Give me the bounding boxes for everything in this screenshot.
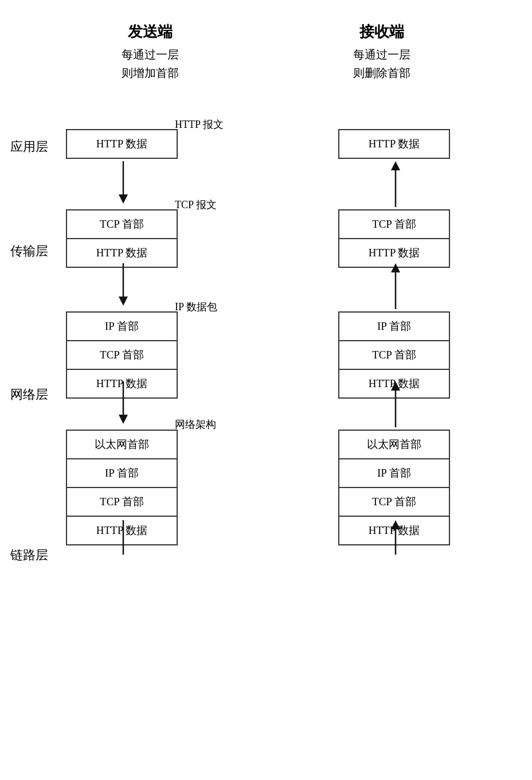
svg-marker-7 [391,161,400,170]
right-link-tcp-header: TCP 首部 [339,488,449,517]
right-app-box: HTTP 数据 [338,129,450,159]
layer-label-network: 网络层 [10,386,48,403]
svg-marker-5 [119,415,128,424]
right-link-ip-header: IP 首部 [339,459,449,488]
left-bottom-stub [118,520,129,555]
layer-label-link: 链路层 [10,547,48,564]
left-link-tcp-header: TCP 首部 [67,488,177,517]
left-network-ip-header: IP 首部 [67,313,177,341]
pkt-label-net-frame: 网络架构 [175,418,216,431]
receiver-header: 接收端 每通过一层 则删除首部 [319,22,445,82]
svg-marker-11 [391,381,400,391]
page: 发送端 每通过一层 则增加首部 接收端 每通过一层 则删除首部 应用层 传输层 … [0,0,532,780]
left-transport-tcp-header: TCP 首部 [67,210,177,239]
left-arrow-3 [118,381,129,427]
right-transport-tcp-header: TCP 首部 [339,210,449,239]
receiver-title: 接收端 [319,22,445,42]
left-transport-box: TCP 首部 HTTP 数据 [66,209,178,268]
left-transport-http-data: HTTP 数据 [67,239,177,267]
pkt-label-http-msg: HTTP 报文 [175,118,224,131]
right-arrow-3 [390,381,401,427]
left-link-ethernet-header: 以太网首部 [67,431,177,459]
right-app-http-data: HTTP 数据 [339,130,449,158]
layer-label-transport: 传输层 [10,243,48,260]
right-transport-http-data: HTTP 数据 [339,239,449,267]
left-app-box: HTTP 数据 [66,129,178,159]
pkt-label-ip: IP 数据包 [175,300,217,314]
left-network-tcp-header: TCP 首部 [67,341,177,370]
diagram-canvas: 应用层 传输层 网络层 链路层 HTTP 报文 HTTP 数据 TCP 报文 T… [0,111,532,780]
svg-marker-3 [119,297,128,306]
left-arrow-2 [118,263,129,309]
right-network-tcp-header: TCP 首部 [339,341,449,370]
svg-marker-9 [391,263,400,272]
svg-marker-1 [119,194,128,204]
receiver-subtitle: 每通过一层 则删除首部 [319,45,445,82]
left-app-http-data: HTTP 数据 [67,130,177,158]
layer-label-app: 应用层 [10,138,48,155]
sender-header: 发送端 每通过一层 则增加首部 [87,22,213,82]
pkt-label-tcp-seg: TCP 报文 [175,198,217,212]
header: 发送端 每通过一层 则增加首部 接收端 每通过一层 则删除首部 [0,0,532,111]
right-link-ethernet-header: 以太网首部 [339,431,449,459]
right-arrow-2 [390,263,401,309]
right-arrow-4 [390,520,401,555]
left-arrow-1 [118,161,129,207]
right-network-ip-header: IP 首部 [339,313,449,341]
right-transport-box: TCP 首部 HTTP 数据 [338,209,450,268]
sender-subtitle: 每通过一层 则增加首部 [87,45,213,82]
left-link-ip-header: IP 首部 [67,459,177,488]
right-arrow-1 [390,161,401,207]
sender-title: 发送端 [87,22,213,42]
svg-marker-13 [391,520,400,529]
